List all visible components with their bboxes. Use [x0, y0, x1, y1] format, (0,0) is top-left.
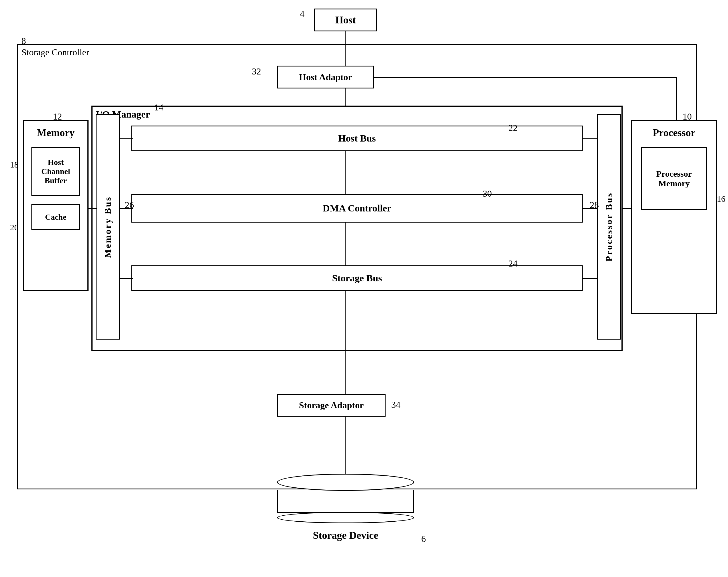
line-center-v2	[345, 223, 345, 265]
ref-label-14: 14	[154, 102, 163, 113]
line-center-v3	[345, 291, 345, 394]
host-adaptor-box: Host Adaptor	[277, 66, 374, 88]
line-sb-left	[120, 278, 133, 279]
ref-label-12: 12	[53, 111, 62, 122]
line-adaptor-to-device	[345, 417, 345, 474]
line-right-to-processor	[621, 208, 632, 209]
ref-label-24: 24	[509, 258, 518, 269]
cache-box: Cache	[31, 204, 80, 230]
host-label: Host	[335, 14, 356, 26]
memory-box: Memory Host Channel Buffer Cache	[23, 120, 88, 291]
cylinder-body	[277, 490, 414, 513]
ref-label-4: 4	[300, 8, 305, 19]
storage-adaptor-box: Storage Adaptor	[277, 394, 386, 417]
line-hb-right	[582, 138, 598, 139]
ref-label-20: 20	[10, 223, 19, 232]
ref-label-8: 8	[21, 36, 26, 46]
ref-label-10: 10	[683, 111, 692, 122]
processor-bus-box: Processor Bus	[597, 114, 621, 339]
ref-label-6: 6	[421, 533, 426, 544]
processor-memory-box: Processor Memory	[641, 147, 707, 210]
dma-controller-box: DMA Controller	[131, 194, 582, 223]
line-dma-left	[120, 208, 133, 209]
host-box: Host	[314, 8, 377, 31]
dma-controller-label: DMA Controller	[323, 203, 391, 214]
line-memory-to-bus	[88, 208, 97, 209]
processor-memory-label: Processor Memory	[642, 169, 706, 188]
line-adaptor-right	[374, 77, 677, 78]
storage-device-label: Storage Device	[277, 529, 414, 541]
diagram: 4 Host 8 Storage Controller Host Adaptor…	[0, 0, 728, 577]
storage-bus-label: Storage Bus	[332, 273, 382, 284]
host-bus-label: Host Bus	[338, 133, 375, 144]
storage-controller-label: Storage Controller	[21, 47, 89, 58]
ref-label-30: 30	[483, 188, 492, 199]
ref-label-32: 32	[252, 66, 261, 77]
ref-label-34: 34	[391, 400, 400, 410]
host-channel-buffer-label: Host Channel Buffer	[32, 158, 79, 185]
ref-label-18: 18	[10, 160, 19, 169]
line-dma-right	[582, 208, 598, 209]
cylinder-bottom	[277, 512, 414, 523]
line-center-v1	[345, 151, 345, 194]
processor-label: Processor	[653, 127, 695, 139]
memory-bus-label: Memory Bus	[103, 196, 113, 258]
storage-bus-box: Storage Bus	[131, 265, 582, 291]
cylinder-top	[277, 474, 414, 491]
storage-adaptor-label: Storage Adaptor	[299, 400, 364, 411]
cache-label: Cache	[45, 213, 67, 222]
processor-bus-label: Processor Bus	[604, 192, 614, 262]
memory-label: Memory	[37, 127, 75, 139]
ref-label-22: 22	[509, 123, 518, 133]
storage-device-container	[277, 474, 414, 525]
host-channel-buffer-box: Host Channel Buffer	[31, 147, 80, 196]
line-hb-left	[120, 138, 133, 139]
processor-box: Processor Processor Memory	[631, 120, 717, 314]
ref-label-16: 16	[717, 194, 725, 204]
line-sb-right	[582, 278, 598, 279]
host-adaptor-label: Host Adaptor	[299, 72, 352, 82]
memory-bus-box: Memory Bus	[96, 114, 120, 339]
